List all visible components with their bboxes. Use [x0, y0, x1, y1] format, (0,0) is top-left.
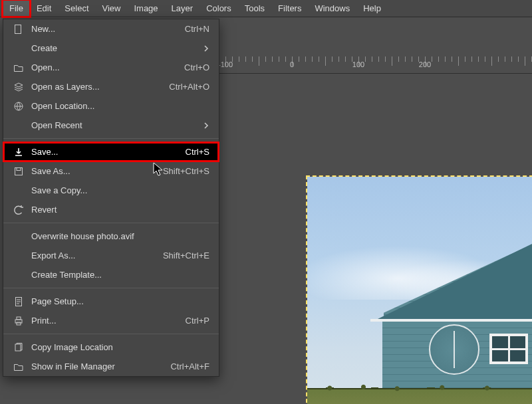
menu-item-revert[interactable]: Revert: [3, 200, 219, 219]
menu-item-open-location[interactable]: Open Location...: [3, 96, 219, 116]
menu-item-label: Revert: [31, 205, 209, 215]
grass: [307, 388, 532, 404]
house-illustration: [382, 241, 532, 393]
menu-item-save-copy[interactable]: Save a Copy...: [3, 181, 219, 200]
chevron-right-icon: [203, 122, 209, 129]
menu-item-new[interactable]: New... Ctrl+N: [3, 19, 219, 39]
new-icon: [13, 23, 25, 35]
menu-title-tools[interactable]: Tools: [238, 0, 271, 17]
ruler-label: 200: [419, 60, 431, 68]
copy-icon: [13, 342, 25, 354]
menu-item-show-in-file-manager[interactable]: Show in File Manager Ctrl+Alt+F: [3, 357, 219, 376]
ruler-ticks: -1000100200: [219, 56, 532, 73]
menu-item-overwrite[interactable]: Overwrite house photo.avif: [3, 227, 219, 246]
menu-item-shortcut: Shift+Ctrl+E: [155, 251, 209, 260]
menu-item-shortcut: Ctrl+S: [178, 147, 209, 157]
menu-item-label: Save...: [31, 147, 178, 157]
svg-rect-8: [15, 344, 21, 351]
menu-separator: [3, 138, 219, 139]
menu-item-label: Overwrite house photo.avif: [31, 231, 209, 241]
folder-icon: [13, 361, 25, 373]
menu-item-print[interactable]: Print... Ctrl+P: [3, 311, 219, 330]
save-as-icon: [13, 165, 25, 177]
menu-item-export-as[interactable]: Export As... Shift+Ctrl+E: [3, 246, 219, 265]
menu-title-help[interactable]: Help: [356, 0, 388, 17]
menu-item-label: Copy Image Location: [31, 342, 209, 352]
open-icon: [13, 62, 25, 74]
menu-item-label: Save As...: [31, 166, 155, 176]
menu-title-select[interactable]: Select: [58, 0, 95, 17]
ruler-label: 100: [352, 60, 364, 68]
globe-icon: [13, 100, 25, 112]
house-round-window: [429, 324, 479, 375]
menu-title-windows[interactable]: Windows: [308, 0, 356, 17]
save-icon: [13, 146, 25, 158]
menu-item-save[interactable]: Save... Ctrl+S: [3, 142, 219, 161]
menu-item-shortcut: Ctrl+N: [177, 24, 209, 34]
menu-item-create[interactable]: Create: [3, 39, 219, 58]
page-setup-icon: [13, 296, 25, 308]
revert-icon: [13, 204, 25, 216]
print-icon: [13, 315, 25, 327]
chevron-right-icon: [203, 45, 209, 52]
menu-item-label: Open as Layers...: [31, 82, 161, 92]
menu-item-label: Print...: [31, 316, 178, 326]
menu-title-file[interactable]: File: [3, 0, 30, 17]
menu-item-open-recent[interactable]: Open Recent: [3, 116, 219, 135]
menu-item-label: Export As...: [31, 251, 155, 260]
svg-rect-2: [15, 167, 23, 175]
menu-title-edit[interactable]: Edit: [30, 0, 58, 17]
menu-item-label: Create: [31, 43, 203, 53]
house-window: [489, 334, 528, 364]
menu-title-image[interactable]: Image: [127, 0, 164, 17]
menu-item-create-template[interactable]: Create Template...: [3, 265, 219, 284]
svg-rect-3: [17, 167, 21, 170]
menu-item-label: Save a Copy...: [31, 185, 209, 195]
menu-title-colors[interactable]: Colors: [200, 0, 238, 17]
ruler-label: -100: [219, 60, 233, 68]
menu-item-save-as[interactable]: Save As... Shift+Ctrl+S: [3, 161, 219, 181]
menu-bar: File Edit Select View Image Layer Colors…: [0, 0, 532, 17]
svg-rect-6: [17, 317, 21, 320]
menu-item-open[interactable]: Open... Ctrl+O: [3, 58, 219, 77]
menu-item-shortcut: Ctrl+Alt+O: [161, 82, 209, 92]
svg-rect-0: [15, 25, 21, 33]
menu-item-label: Create Template...: [31, 270, 209, 280]
menu-item-label: Open...: [31, 62, 176, 72]
menu-item-page-setup[interactable]: Page Setup...: [3, 292, 219, 311]
menu-item-shortcut: Ctrl+Alt+F: [162, 361, 209, 371]
image-canvas[interactable]: [307, 177, 532, 404]
menu-item-label: Page Setup...: [31, 296, 209, 306]
menu-item-label: New...: [31, 24, 177, 34]
menu-title-layer[interactable]: Layer: [165, 0, 200, 17]
menu-separator: [3, 288, 219, 288]
menu-item-shortcut: Shift+Ctrl+S: [155, 166, 209, 176]
menu-item-label: Open Recent: [31, 120, 203, 130]
menu-item-label: Open Location...: [31, 101, 209, 111]
menu-item-label: Show in File Manager: [31, 361, 162, 371]
menu-item-shortcut: Ctrl+O: [176, 62, 209, 72]
menu-title-filters[interactable]: Filters: [271, 0, 308, 17]
ruler-horizontal: -1000100200: [219, 56, 532, 74]
ruler-label: 0: [290, 60, 294, 68]
menu-item-open-as-layers[interactable]: Open as Layers... Ctrl+Alt+O: [3, 77, 219, 96]
menu-title-view[interactable]: View: [96, 0, 128, 17]
layers-icon: [13, 81, 25, 93]
menu-separator: [3, 334, 219, 334]
menu-separator: [3, 223, 219, 223]
menu-item-shortcut: Ctrl+P: [178, 316, 209, 326]
file-menu-dropdown: New... Ctrl+N Create Open... Ctrl+O Open…: [3, 19, 219, 377]
menu-item-copy-image-location[interactable]: Copy Image Location: [3, 338, 219, 357]
